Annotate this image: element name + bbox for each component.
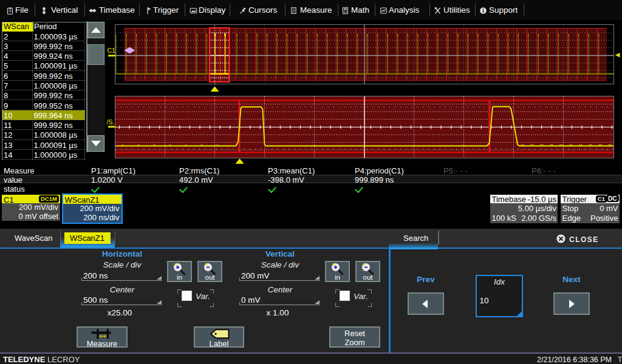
svg-text:/S.: /S. <box>107 118 115 126</box>
svg-text:C1: C1 <box>108 47 116 54</box>
